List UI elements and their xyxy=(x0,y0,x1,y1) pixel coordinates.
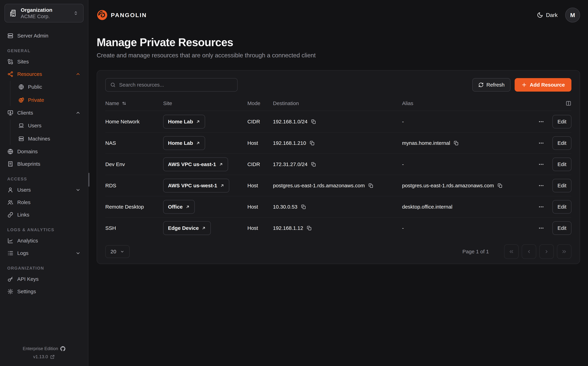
users-icon xyxy=(7,199,14,206)
table-row: SSH Edge Device Host 192.168.1.12 - Edit xyxy=(105,217,571,238)
table-row: NAS Home Lab Host 192.168.1.210 mynas.ho… xyxy=(105,132,571,153)
sidebar-item-label: Analytics xyxy=(17,238,38,244)
brand-name: PANGOLIN xyxy=(111,12,147,18)
sidebar-nav: Server Admin GENERAL Sites Resources Pub… xyxy=(0,30,88,344)
destination-value: postgres.us-east-1.rds.amazonaws.com xyxy=(273,183,365,189)
alias-value: postgres.us-east-1.rds.amazonaws.com xyxy=(402,183,494,189)
mode-cell: CIDR xyxy=(247,161,273,167)
row-menu-button[interactable] xyxy=(537,224,545,232)
column-header-name[interactable]: Name xyxy=(105,100,163,106)
sidebar-item-logs[interactable]: Logs xyxy=(5,247,84,259)
chevron-down-icon[interactable] xyxy=(75,250,81,256)
sidebar-item-roles[interactable]: Roles xyxy=(5,197,84,208)
chevrons-left-icon xyxy=(508,249,514,255)
site-link-chip[interactable]: AWS VPC us-east-1 xyxy=(163,157,228,171)
sidebar-item-domains[interactable]: Domains xyxy=(5,146,84,157)
destination-value: 192.168.1.12 xyxy=(273,225,303,231)
chevron-up-icon[interactable] xyxy=(75,71,81,77)
refresh-button[interactable]: Refresh xyxy=(472,78,510,92)
sidebar-item-label: Roles xyxy=(17,199,30,205)
row-menu-button[interactable] xyxy=(537,160,545,169)
sidebar-item-links[interactable]: Links xyxy=(5,209,84,221)
alias-cell: - xyxy=(402,119,531,125)
add-resource-button[interactable]: Add Resource xyxy=(515,78,571,92)
mode-cell: Host xyxy=(247,140,273,146)
chevron-up-icon[interactable] xyxy=(75,110,81,116)
site-link-chip[interactable]: AWS VPC us-west-1 xyxy=(163,179,229,192)
search-input[interactable] xyxy=(119,82,233,88)
chevrons-right-icon xyxy=(561,249,567,255)
row-menu-button[interactable] xyxy=(537,117,545,126)
copy-icon[interactable] xyxy=(368,183,373,188)
sidebar-item-clients[interactable]: Clients xyxy=(5,107,84,119)
row-menu-button[interactable] xyxy=(537,203,545,211)
sidebar-item-blueprints[interactable]: Blueprints xyxy=(5,158,84,170)
resource-name-cell: Home Network xyxy=(105,119,163,125)
edit-button[interactable]: Edit xyxy=(552,136,571,150)
last-page-button[interactable] xyxy=(557,244,571,259)
main-content: PANGOLIN Dark M Manage Private Resources… xyxy=(88,0,588,366)
version-label: v1.13.0 xyxy=(33,353,48,361)
arrow-up-right-icon xyxy=(196,141,200,145)
org-selector-value: ACME Corp. xyxy=(21,13,69,20)
sidebar-item-server-admin[interactable]: Server Admin xyxy=(5,30,84,41)
edit-button[interactable]: Edit xyxy=(552,179,571,192)
section-label-access: ACCESS xyxy=(5,177,84,182)
card-footer: 20 Page 1 of 1 xyxy=(97,238,580,267)
table-header-row: Name Site Mode Destination Alias xyxy=(105,96,571,111)
sort-icon[interactable] xyxy=(122,101,127,106)
page-size-select[interactable]: 20 xyxy=(105,245,130,258)
sidebar-footer: Enterprise Edition v1.13.0 xyxy=(0,344,88,361)
next-page-button[interactable] xyxy=(539,244,554,259)
copy-icon[interactable] xyxy=(454,140,459,146)
edit-button[interactable]: Edit xyxy=(552,200,571,214)
table-row: Dev Env AWS VPC us-east-1 CIDR 172.31.27… xyxy=(105,153,571,175)
sidebar-item-api-keys[interactable]: API Keys xyxy=(5,273,84,285)
columns-icon[interactable] xyxy=(566,100,571,106)
theme-toggle[interactable]: Dark xyxy=(537,12,558,18)
sidebar-item-label: Private xyxy=(28,97,44,103)
resources-subgroup: Public Private xyxy=(10,81,84,106)
first-page-button[interactable] xyxy=(504,244,519,259)
avatar[interactable]: M xyxy=(565,8,580,23)
section-label-logs-analytics: LOGS & ANALYTICS xyxy=(5,227,84,232)
github-icon[interactable] xyxy=(60,346,66,351)
site-link-chip[interactable]: Home Lab xyxy=(163,115,205,129)
arrow-up-right-icon xyxy=(220,183,224,188)
copy-icon[interactable] xyxy=(497,183,503,188)
site-link-chip[interactable]: Office xyxy=(163,200,195,214)
org-selector[interactable]: Organization ACME Corp. xyxy=(5,4,84,23)
edit-button[interactable]: Edit xyxy=(552,221,571,235)
chevron-down-icon[interactable] xyxy=(75,187,81,193)
copy-icon[interactable] xyxy=(309,140,315,146)
sidebar-item-sites[interactable]: Sites xyxy=(5,56,84,67)
edit-button[interactable]: Edit xyxy=(552,115,571,128)
site-link-chip[interactable]: Edge Device xyxy=(163,221,211,235)
row-menu-button[interactable] xyxy=(537,139,545,147)
sidebar-item-machines[interactable]: Machines xyxy=(15,133,84,145)
sidebar-item-users[interactable]: Users xyxy=(5,184,84,196)
sidebar-item-analytics[interactable]: Analytics xyxy=(5,235,84,246)
row-menu-button[interactable] xyxy=(537,181,545,190)
copy-icon[interactable] xyxy=(307,226,312,231)
prev-page-button[interactable] xyxy=(522,244,536,259)
globe-lock-icon xyxy=(18,97,24,103)
copy-icon[interactable] xyxy=(311,162,316,167)
site-link-chip[interactable]: Home Lab xyxy=(163,136,205,150)
sidebar-item-resources[interactable]: Resources xyxy=(5,69,84,80)
table-row: Remote Desktop Office Host 10.30.0.53 de… xyxy=(105,196,571,217)
sidebar-item-label: Machines xyxy=(28,136,50,142)
refresh-icon xyxy=(478,82,484,88)
sidebar-item-client-users[interactable]: Users xyxy=(15,120,84,132)
sidebar-item-label: Resources xyxy=(17,71,72,77)
sidebar-item-settings[interactable]: Settings xyxy=(5,286,84,297)
sidebar-resize-handle[interactable] xyxy=(88,173,89,187)
sidebar-item-public[interactable]: Public xyxy=(15,81,84,93)
version-link[interactable]: v1.13.0 xyxy=(0,353,88,361)
sidebar-item-private[interactable]: Private xyxy=(15,94,84,106)
edit-button[interactable]: Edit xyxy=(552,158,571,171)
copy-icon[interactable] xyxy=(311,119,316,124)
mode-cell: Host xyxy=(247,204,273,210)
copy-icon[interactable] xyxy=(301,204,306,209)
laptop-icon xyxy=(18,123,24,129)
